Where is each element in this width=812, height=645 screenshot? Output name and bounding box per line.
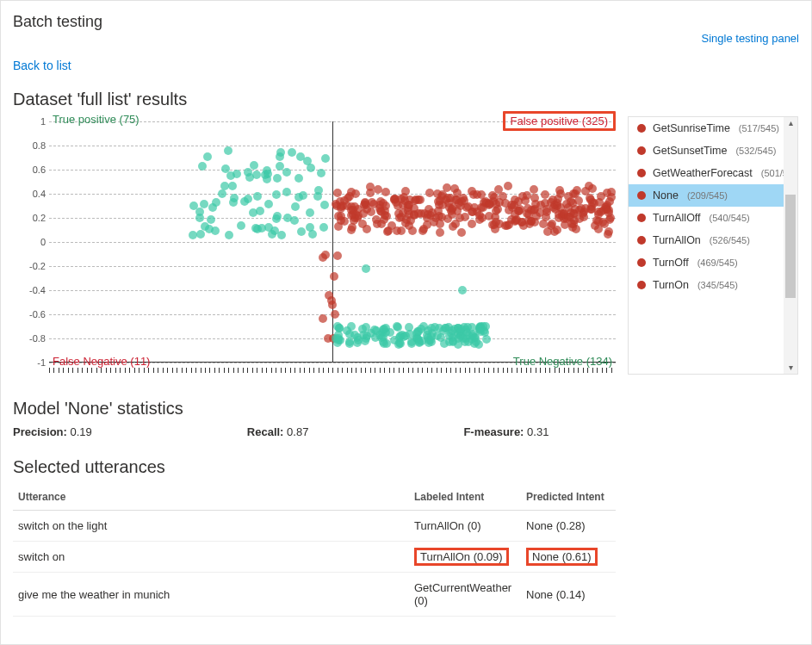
data-point[interactable] xyxy=(434,207,443,215)
data-point[interactable] xyxy=(294,193,303,202)
data-point[interactable] xyxy=(549,203,558,212)
data-point[interactable] xyxy=(490,193,499,202)
data-point[interactable] xyxy=(401,187,410,195)
data-point[interactable] xyxy=(436,220,444,228)
data-point[interactable] xyxy=(198,162,207,171)
data-point[interactable] xyxy=(273,174,282,183)
data-point[interactable] xyxy=(530,185,538,194)
data-point[interactable] xyxy=(503,221,511,230)
data-point[interactable] xyxy=(320,201,329,209)
data-point[interactable] xyxy=(334,336,343,344)
data-point[interactable] xyxy=(221,164,230,173)
data-point[interactable] xyxy=(195,208,204,216)
data-point[interactable] xyxy=(556,189,565,198)
data-point[interactable] xyxy=(288,148,296,157)
data-point[interactable] xyxy=(319,314,327,323)
data-point[interactable] xyxy=(571,205,580,214)
scroll-down-arrow[interactable]: ▾ xyxy=(784,362,797,374)
data-point[interactable] xyxy=(468,187,476,195)
data-point[interactable] xyxy=(363,332,371,340)
legend-item-getsunrisetime[interactable]: GetSunriseTime(517/545) xyxy=(629,117,784,140)
data-point[interactable] xyxy=(451,220,460,228)
legend-item-getweatherforecast[interactable]: GetWeatherForecast(501/545) xyxy=(629,162,784,184)
data-point[interactable] xyxy=(343,202,351,210)
data-point[interactable] xyxy=(407,339,416,348)
data-point[interactable] xyxy=(574,196,583,205)
data-point[interactable] xyxy=(203,152,212,161)
data-point[interactable] xyxy=(446,194,455,202)
data-point[interactable] xyxy=(330,272,338,281)
data-point[interactable] xyxy=(472,338,480,346)
data-point[interactable] xyxy=(333,189,342,197)
col-predicted-intent[interactable]: Predicted Intent xyxy=(521,484,616,511)
data-point[interactable] xyxy=(218,189,226,198)
data-point[interactable] xyxy=(363,225,371,233)
single-testing-panel-link[interactable]: Single testing panel xyxy=(702,32,799,45)
data-point[interactable] xyxy=(373,220,381,228)
data-point[interactable] xyxy=(581,204,590,213)
data-point[interactable] xyxy=(290,216,299,225)
data-point[interactable] xyxy=(425,338,433,347)
data-point[interactable] xyxy=(416,195,425,204)
legend-item-none[interactable]: None(209/545) xyxy=(629,184,784,207)
data-point[interactable] xyxy=(604,227,613,236)
data-point[interactable] xyxy=(450,184,459,193)
data-point[interactable] xyxy=(256,207,264,215)
data-point[interactable] xyxy=(414,327,423,336)
data-point[interactable] xyxy=(253,192,262,201)
data-point[interactable] xyxy=(317,169,325,177)
data-point[interactable] xyxy=(212,198,220,207)
data-point[interactable] xyxy=(321,251,330,259)
data-point[interactable] xyxy=(468,220,476,228)
data-point[interactable] xyxy=(244,168,252,177)
data-point[interactable] xyxy=(462,203,471,212)
data-point[interactable] xyxy=(294,174,303,183)
data-point[interactable] xyxy=(333,322,342,331)
data-point[interactable] xyxy=(252,171,261,179)
data-point[interactable] xyxy=(366,183,375,191)
data-point[interactable] xyxy=(418,226,427,235)
data-point[interactable] xyxy=(508,203,517,212)
data-point[interactable] xyxy=(282,188,291,196)
data-point[interactable] xyxy=(291,202,300,211)
data-point[interactable] xyxy=(448,326,456,335)
data-point[interactable] xyxy=(345,192,354,201)
data-point[interactable] xyxy=(189,231,197,239)
data-point[interactable] xyxy=(401,332,410,340)
data-point[interactable] xyxy=(276,152,284,161)
data-point[interactable] xyxy=(264,200,273,208)
data-point[interactable] xyxy=(201,222,209,231)
data-point[interactable] xyxy=(536,201,545,209)
data-point[interactable] xyxy=(594,208,603,216)
data-point[interactable] xyxy=(512,215,521,224)
data-point[interactable] xyxy=(400,196,409,205)
data-point[interactable] xyxy=(437,333,445,342)
scroll-up-arrow[interactable]: ▴ xyxy=(784,117,797,129)
data-point[interactable] xyxy=(224,146,232,155)
data-point[interactable] xyxy=(456,325,465,333)
data-point[interactable] xyxy=(303,157,312,165)
data-point[interactable] xyxy=(443,214,452,223)
data-point[interactable] xyxy=(458,286,467,295)
back-to-list-link[interactable]: Back to list xyxy=(13,59,71,72)
data-point[interactable] xyxy=(334,212,343,220)
data-point[interactable] xyxy=(476,327,485,336)
data-point[interactable] xyxy=(325,291,333,300)
data-point[interactable] xyxy=(564,213,573,221)
data-point[interactable] xyxy=(189,202,198,210)
data-point[interactable] xyxy=(226,171,235,180)
col-labeled-intent[interactable]: Labeled Intent xyxy=(409,484,521,511)
data-point[interactable] xyxy=(519,221,528,230)
data-point[interactable] xyxy=(402,215,411,224)
data-point[interactable] xyxy=(394,340,403,349)
data-point[interactable] xyxy=(415,338,424,347)
legend-item-getsunsettime[interactable]: GetSunsetTime(532/545) xyxy=(629,140,784,162)
data-point[interactable] xyxy=(597,192,605,201)
data-point[interactable] xyxy=(306,208,314,217)
data-point[interactable] xyxy=(207,215,215,224)
legend-item-turnoff[interactable]: TurnOff(469/545) xyxy=(629,251,784,274)
data-point[interactable] xyxy=(225,231,233,239)
data-point[interactable] xyxy=(425,189,434,197)
data-point[interactable] xyxy=(319,223,328,232)
data-point[interactable] xyxy=(390,195,399,204)
